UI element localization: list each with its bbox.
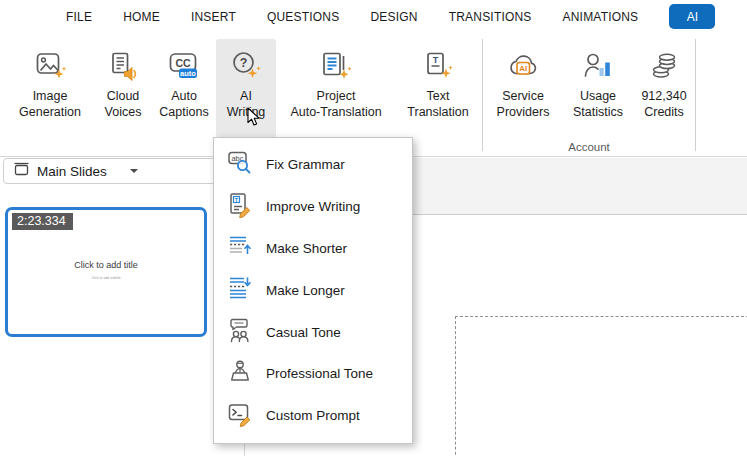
menu-item-improve-writing[interactable]: T Improve Writing: [214, 186, 412, 228]
menu-item-label: Custom Prompt: [266, 408, 360, 423]
tab-insert[interactable]: INSERT: [191, 10, 236, 24]
button-label: AI: [240, 89, 252, 105]
menu-item-label: Casual Tone: [266, 325, 341, 340]
menu-item-casual-tone[interactable]: Casual Tone: [214, 311, 412, 353]
text-translation-icon: T: [422, 43, 454, 89]
credits-amount: 912,340: [641, 89, 686, 105]
menu-item-make-longer[interactable]: Make Longer: [214, 269, 412, 311]
menu-item-fix-grammar[interactable]: abc Fix Grammar: [214, 144, 412, 186]
tab-questions[interactable]: QUESTIONS: [267, 10, 339, 24]
button-label: Statistics: [573, 105, 623, 121]
ai-writing-icon: ?: [229, 43, 263, 89]
button-label: Voices: [105, 105, 142, 121]
account-group: AI Service Providers: [485, 39, 693, 153]
menu-item-professional-tone[interactable]: Professional Tone: [214, 353, 412, 395]
slide-subtitle-placeholder: Click to add subtitle: [65, 276, 147, 280]
menu-item-label: Make Shorter: [266, 241, 347, 256]
menu-item-label: Make Longer: [266, 283, 345, 298]
tab-home[interactable]: HOME: [123, 10, 160, 24]
tab-ai-active[interactable]: AI: [669, 4, 715, 29]
image-generation-icon: [33, 43, 67, 89]
tab-design[interactable]: DESIGN: [370, 10, 417, 24]
menu-item-label: Professional Tone: [266, 366, 373, 381]
tab-transitions[interactable]: TRANSITIONS: [449, 10, 532, 24]
cloud-voices-icon: [108, 43, 138, 89]
ribbon-tab-bar: FILE HOME INSERT QUESTIONS DESIGN TRANSI…: [0, 0, 747, 33]
improve-writing-icon: T: [227, 192, 253, 222]
tab-animations[interactable]: ANIMATIONS: [563, 10, 639, 24]
ai-writing-button[interactable]: ? AI Writing: [216, 39, 276, 138]
service-providers-icon: AI: [505, 43, 541, 89]
svg-text:auto: auto: [180, 69, 196, 78]
button-label: Generation: [19, 105, 81, 121]
usage-statistics-button[interactable]: Usage Statistics: [561, 39, 635, 138]
button-label: Translation: [407, 105, 468, 121]
auto-captions-icon: CC auto: [166, 43, 202, 89]
main-slides-label: Main Slides: [37, 164, 107, 179]
menu-item-label: Fix Grammar: [266, 157, 345, 172]
button-label: Cloud: [107, 89, 140, 105]
ribbon-group-separator: [482, 39, 483, 151]
svg-text:AI: AI: [519, 64, 527, 73]
text-translation-button[interactable]: T Text Translation: [396, 39, 480, 138]
chevron-down-icon: [130, 169, 138, 173]
button-label: Captions: [159, 105, 208, 121]
usage-statistics-icon: [581, 43, 615, 89]
make-longer-icon: [227, 275, 253, 305]
slides-panel: Main Slides 2:23.334 Click to add title …: [0, 158, 245, 456]
credits-button[interactable]: 912,340 Credits: [635, 39, 693, 138]
svg-text:T: T: [433, 55, 439, 65]
mouse-cursor: [247, 107, 262, 131]
slide-title-placeholder: Click to add title: [8, 260, 204, 270]
credits-icon: [648, 43, 680, 89]
professional-tone-icon: [227, 359, 253, 389]
menu-item-make-shorter[interactable]: Make Shorter: [214, 228, 412, 270]
slide-duration-badge: 2:23.334: [12, 213, 73, 230]
casual-tone-icon: [227, 317, 253, 347]
button-label: Usage: [580, 89, 616, 105]
make-shorter-icon: [227, 233, 253, 263]
menu-item-custom-prompt[interactable]: Custom Prompt: [214, 395, 412, 437]
title-text-placeholder[interactable]: [455, 316, 747, 456]
slide-thumbnail-selected[interactable]: 2:23.334 Click to add title Click to add…: [5, 207, 207, 337]
main-slides-dropdown[interactable]: Main Slides: [3, 158, 239, 184]
ribbon-group-separator: [695, 39, 696, 151]
app-window: FILE HOME INSERT QUESTIONS DESIGN TRANSI…: [0, 0, 747, 456]
slides-icon: [13, 161, 30, 181]
button-label: Text: [427, 89, 450, 105]
fix-grammar-icon: abc: [227, 150, 253, 180]
svg-text:?: ?: [240, 56, 248, 70]
svg-text:T: T: [235, 196, 239, 202]
button-label: Project: [317, 89, 356, 105]
cloud-voices-button[interactable]: Cloud Voices: [94, 39, 152, 138]
button-label: Service: [502, 89, 544, 105]
service-providers-button[interactable]: AI Service Providers: [485, 39, 561, 138]
auto-captions-button[interactable]: CC auto Auto Captions: [152, 39, 216, 138]
project-auto-translation-button[interactable]: Project Auto-Translation: [276, 39, 396, 138]
button-label: Auto-Translation: [290, 105, 381, 121]
svg-text:CC: CC: [175, 57, 191, 69]
menu-item-label: Improve Writing: [266, 199, 360, 214]
account-group-label: Account: [485, 141, 693, 153]
image-generation-button[interactable]: Image Generation: [6, 39, 94, 138]
ai-writing-menu: abc Fix Grammar T Improve Writing: [213, 137, 413, 444]
button-label: Providers: [497, 105, 550, 121]
tab-file[interactable]: FILE: [66, 10, 92, 24]
project-auto-translation-icon: [319, 43, 353, 89]
custom-prompt-icon: [227, 401, 253, 431]
credits-label: Credits: [644, 105, 684, 121]
button-label: Auto: [171, 89, 197, 105]
button-label: Image: [33, 89, 68, 105]
